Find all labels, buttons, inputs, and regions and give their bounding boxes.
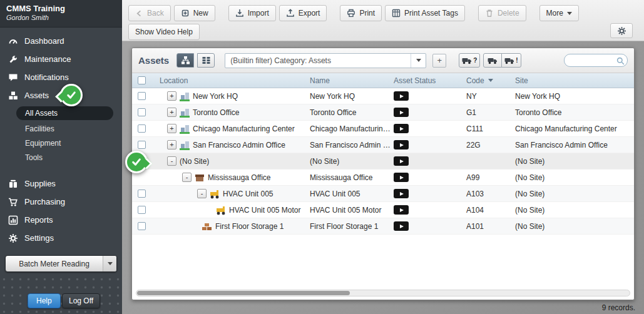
grid-view-toggle[interactable]	[197, 53, 215, 68]
column-header-location[interactable]: Location	[151, 76, 307, 85]
expand-toggle[interactable]: +	[167, 140, 176, 149]
column-menu-caret-icon[interactable]	[488, 79, 493, 82]
site-cell: Chicago Manufacturing Center	[513, 124, 634, 133]
table-row[interactable]: HVAC Unit 005 Motor HVAC Unit 005 Motor …	[132, 202, 634, 218]
more-label: More	[546, 9, 563, 18]
video-play-button[interactable]	[394, 205, 409, 215]
location-label: (No Site)	[180, 157, 209, 166]
sidebar-item-notifications[interactable]: Notifications	[0, 68, 122, 86]
filter-dropdown[interactable]: (Builtin filter) Category: Assets	[225, 53, 426, 68]
speech-bubble-icon	[8, 73, 18, 83]
sidebar-item-maintenance[interactable]: Maintenance	[0, 50, 122, 68]
export-label: Export	[299, 9, 320, 18]
collapse-toggle[interactable]: -	[182, 173, 192, 182]
expand-toggle[interactable]: +	[167, 108, 176, 117]
table-row[interactable]: - HVAC Unit 005 HVAC Unit 005 A103 (No S…	[132, 186, 634, 202]
horizontal-scrollbar[interactable]	[136, 290, 630, 296]
truck-icon	[488, 57, 498, 64]
column-header-asset-status[interactable]: Asset Status	[391, 76, 464, 85]
table-row[interactable]: - Mississauga Office Mississauga Office …	[132, 170, 634, 186]
video-play-button[interactable]	[394, 108, 409, 117]
sidebar-subitem-facilities[interactable]: Facilities	[0, 121, 122, 136]
row-checkbox[interactable]	[138, 190, 146, 198]
code-header-label: Code	[466, 76, 484, 85]
supplies-icon	[8, 179, 18, 189]
table-row[interactable]: First Floor Storage 1 First Floor Storag…	[132, 218, 634, 235]
code-cell: 22G	[464, 141, 513, 149]
asset-tags-icon	[392, 9, 401, 18]
hierarchy-view-toggle[interactable]	[176, 53, 194, 68]
sidebar-item-reports[interactable]: Reports	[0, 211, 122, 229]
expand-toggle[interactable]: +	[167, 124, 176, 133]
table-row[interactable]: + San Francisco Admin Office San Francis…	[132, 137, 634, 153]
more-button[interactable]: More	[539, 5, 579, 21]
new-label: New	[193, 9, 208, 18]
select-all-checkbox[interactable]	[138, 76, 146, 84]
sidebar-item-label: Maintenance	[24, 54, 71, 64]
logoff-button[interactable]: Log Off	[62, 293, 100, 308]
sidebar-item-purchasing[interactable]: Purchasing	[0, 193, 122, 211]
video-play-button[interactable]	[394, 156, 409, 166]
check-icon	[131, 156, 142, 168]
chevron-down-icon[interactable]	[411, 54, 426, 68]
sidebar-subitem-all-assets[interactable]: All Assets	[16, 106, 113, 120]
video-play-button[interactable]	[394, 91, 409, 101]
settings-gear-button[interactable]	[610, 23, 633, 38]
subitem-label: All Assets	[25, 109, 58, 118]
table-row[interactable]: + New York HQ New York HQ NY New York HQ	[132, 88, 634, 104]
sidebar-item-dashboard[interactable]: Dashboard	[0, 32, 122, 50]
gear-icon	[8, 233, 18, 243]
collapse-toggle[interactable]: -	[167, 156, 176, 166]
video-play-button[interactable]	[394, 124, 409, 133]
green-check-badge-no-site	[125, 151, 148, 173]
sidebar-subitem-tools[interactable]: Tools	[0, 150, 122, 165]
collapse-toggle[interactable]: -	[197, 189, 207, 198]
site-cell: (No Site)	[513, 222, 634, 231]
help-button[interactable]: Help	[28, 293, 61, 308]
truck-help-button[interactable]: ?	[459, 53, 480, 68]
sidebar-item-supplies[interactable]: Supplies	[0, 175, 122, 193]
cart-icon	[8, 197, 18, 207]
import-button[interactable]: Import	[228, 5, 276, 21]
storage-icon	[202, 221, 212, 231]
row-checkbox[interactable]	[138, 222, 146, 230]
name-cell: Mississauga Office	[307, 170, 391, 186]
column-header-name[interactable]: Name	[307, 73, 391, 88]
chevron-down-icon[interactable]	[103, 256, 116, 271]
video-play-button[interactable]	[394, 189, 409, 198]
row-checkbox[interactable]	[138, 124, 146, 133]
scrollbar-thumb[interactable]	[137, 291, 350, 295]
main-content: Assets (Builtin filter) Category: Assets…	[122, 41, 644, 314]
export-icon	[286, 9, 295, 18]
table-row[interactable]: + Toronto Office Toronto Office G1 Toron…	[132, 104, 634, 121]
video-play-button[interactable]	[394, 140, 409, 149]
sidebar-item-settings[interactable]: Settings	[0, 229, 122, 247]
back-arrow-icon	[135, 9, 143, 18]
sidebar-item-label: Notifications	[24, 73, 69, 82]
add-filter-button[interactable]: +	[432, 54, 446, 68]
show-video-help-button[interactable]: Show Video Help	[128, 24, 200, 40]
truck-alert-button[interactable]: !	[501, 53, 521, 68]
row-checkbox[interactable]	[138, 108, 146, 116]
row-checkbox[interactable]	[138, 206, 146, 214]
toolbar-row-1: Back New Import Export Print Pr	[128, 5, 582, 21]
back-button[interactable]: Back	[128, 5, 171, 21]
column-header-site[interactable]: Site	[513, 76, 634, 85]
truck-button[interactable]	[483, 53, 502, 68]
video-play-button[interactable]	[394, 221, 409, 231]
row-checkbox[interactable]	[138, 92, 146, 100]
sidebar-subitem-equipment[interactable]: Equipment	[0, 136, 122, 150]
delete-button[interactable]: Delete	[478, 5, 526, 21]
assets-submenu: All Assets Facilities Equipment Tools	[0, 104, 122, 168]
new-button[interactable]: New	[174, 5, 215, 21]
column-header-code[interactable]: Code	[464, 76, 513, 85]
table-row[interactable]: + Chicago Manufacturing Center Chicago M…	[132, 121, 634, 137]
print-button[interactable]: Print	[340, 5, 382, 21]
print-asset-tags-button[interactable]: Print Asset Tags	[385, 5, 465, 21]
table-row[interactable]: - (No Site) (No Site) (No Site)	[132, 153, 634, 170]
export-button[interactable]: Export	[279, 5, 327, 21]
batch-meter-reading-button[interactable]: Batch Meter Reading	[5, 255, 117, 272]
expand-toggle[interactable]: +	[167, 91, 176, 101]
video-play-button[interactable]	[394, 173, 409, 182]
row-checkbox[interactable]	[138, 141, 146, 149]
